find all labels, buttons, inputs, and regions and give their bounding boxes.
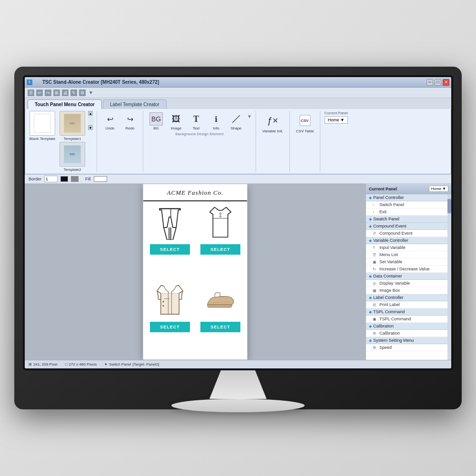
qa-icon-6[interactable]: ✎ [70, 89, 77, 96]
tree-item-switch-panel[interactable]: › Switch Panel [366, 201, 451, 208]
tree-section-swatch[interactable]: ◆ Swatch Panel [366, 216, 451, 223]
panel-tree: ◆ Panel Controller › Switch Panel ‹ Exit [366, 194, 451, 360]
scroll-thumb [447, 199, 451, 213]
templates-group: Blank Template IMG Template1 [28, 111, 97, 172]
qa-icon-3[interactable]: ↪ [45, 89, 51, 96]
inc-dec-icon: ↻ [373, 267, 377, 271]
tree-section-calibration[interactable]: ◆ Calibration [366, 323, 451, 330]
qa-icon-5[interactable]: 🖨 [62, 89, 69, 96]
panel-header: Current Panel Home ▼ [366, 184, 451, 194]
tree-item-image-box[interactable]: ▦ Image Box [366, 287, 451, 294]
tree-section-panel-controller[interactable]: ◆ Panel Controller [366, 194, 451, 201]
tree-section-variable-controller[interactable]: ◆ Variable Controller [366, 237, 451, 244]
select-button-shoe[interactable]: SELECT [200, 322, 240, 332]
svg-point-11 [162, 305, 164, 307]
bg-icon: BG [149, 112, 163, 126]
tree-section-compound-event[interactable]: ◆ Compound Event [366, 223, 451, 230]
tree-section-system[interactable]: ◆ System Setting Menu [366, 337, 451, 344]
qa-icon-7[interactable]: ⚙ [79, 89, 86, 96]
exit-icon: ‹ [373, 210, 377, 214]
qa-icon-4[interactable]: ⊞ [53, 89, 60, 96]
section-arrow-8: ◆ [369, 338, 372, 343]
border-label: Border [29, 177, 41, 181]
maximize-button[interactable]: □ [435, 79, 441, 86]
template1-thumb[interactable]: IMG Template1 [58, 111, 87, 141]
variable-init-button[interactable]: ƒ× Variable Init. [260, 111, 286, 135]
scroll-up-btn[interactable]: ▲ [88, 111, 93, 116]
tree-item-speed[interactable]: ⚙ Speed [366, 344, 451, 351]
monitor-stand-neck [209, 370, 267, 399]
tree-item-set-variable[interactable]: ▣ Set Variable [366, 258, 451, 266]
border-color-swatch2[interactable] [71, 176, 79, 182]
blank-template-label: Blank Template [30, 137, 56, 141]
monitor: T TSC Stand-Alone Creator [MH240T Series… [14, 67, 462, 409]
csv-label: CSV Table [296, 129, 314, 133]
minimize-button[interactable]: ─ [426, 79, 433, 86]
tab-touch-panel[interactable]: Touch Panel Menu Creator [28, 99, 102, 109]
dropdown-arrow: ▼ [340, 118, 345, 122]
border-value-input[interactable] [44, 176, 58, 182]
text-icon: T [189, 112, 203, 126]
section-arrow-swatch: ◆ [369, 217, 372, 221]
panel-scrollbar[interactable] [447, 194, 451, 360]
select-button-jacket[interactable]: SELECT [150, 322, 190, 332]
image-box-icon: ▦ [373, 288, 377, 293]
tree-item-display-variable[interactable]: ◎ Display Variable [366, 280, 451, 287]
product-item-shirt: SELECT [197, 204, 244, 279]
shoe-image [200, 282, 240, 320]
fill-label: Fill [85, 177, 91, 181]
redo-button[interactable]: ↪ Redo [121, 111, 139, 132]
panel-dropdown[interactable]: Home ▼ [429, 186, 448, 192]
blank-template-box [30, 111, 55, 136]
template1-label: Template1 [64, 137, 81, 141]
csv-icon: CSV [297, 112, 313, 129]
csv-group: CSV CSV Table [294, 111, 321, 172]
tree-section-data-container[interactable]: ◆ Data Container [366, 273, 451, 280]
variable-init-icon: ƒ× [265, 112, 281, 129]
display-var-icon: ◎ [373, 281, 377, 286]
tree-item-input-variable[interactable]: T Input Variable [366, 244, 451, 251]
app-templates: IMG Template1 IMG Template2 [58, 111, 87, 172]
tree-item-compound-event[interactable]: ↺ Compound Event [366, 230, 451, 237]
tree-section-tspl[interactable]: ◆ TSPL Command [366, 308, 451, 316]
fill-color-swatch[interactable] [94, 176, 107, 182]
section-arrow-6: ◆ [369, 310, 372, 314]
qa-icon-2[interactable]: ↩ [36, 89, 43, 96]
current-panel-dropdown[interactable]: Home ▼ [325, 116, 348, 124]
switch-panel-icon: › [373, 203, 377, 207]
select-button-shirt[interactable]: SELECT [200, 244, 240, 255]
dimensions-icon: □ [65, 362, 68, 367]
qa-more[interactable]: ▼ [89, 90, 93, 95]
tab-label-template[interactable]: Label Template Creator [103, 99, 167, 109]
tree-item-print-label[interactable]: ⊟ Print Label [366, 301, 451, 308]
tree-item-calibration[interactable]: ⚙ Calibration [366, 330, 451, 337]
info-button[interactable]: ℹ Info [207, 111, 225, 132]
tree-item-increase-decrease[interactable]: ↻ Increase / Decrease Value [366, 266, 451, 273]
close-button[interactable]: ✕ [443, 79, 449, 86]
template2-thumb[interactable]: IMG Template2 [58, 142, 87, 172]
tree-section-label-controller[interactable]: ◆ Label Controller [366, 294, 451, 301]
templates-scrollbar: ▲ ▼ [88, 111, 94, 130]
select-button-pants[interactable]: SELECT [150, 244, 190, 255]
template2-label: Template2 [64, 168, 81, 172]
image-button[interactable]: 🖼 Image [167, 111, 185, 132]
bg-button[interactable]: BG BG [147, 111, 165, 132]
monitor-stand-base [171, 399, 305, 412]
undo-button[interactable]: ↩ Undo [101, 111, 119, 132]
blank-template-thumb[interactable]: Blank Template [28, 111, 57, 141]
csv-button[interactable]: CSV CSV Table [294, 111, 317, 135]
tree-item-exit[interactable]: ‹ Exit [366, 208, 451, 216]
border-color-swatch[interactable] [60, 176, 68, 182]
border-fill-row: Border Fill [25, 174, 451, 184]
shirt-image [200, 204, 240, 242]
shape-button[interactable]: Shape [227, 111, 245, 132]
tree-item-menu-list[interactable]: ☰ Menu List [366, 251, 451, 258]
brand-italic: Fashion Co. [188, 189, 223, 196]
qa-icon-1[interactable]: ☰ [28, 89, 34, 96]
elements-more-btn[interactable]: ▼ [247, 114, 252, 119]
canvas-area: ACME Fashion Co. [25, 184, 366, 360]
text-button[interactable]: T Text [187, 111, 205, 132]
scroll-down-btn[interactable]: ▼ [88, 125, 93, 130]
tree-item-tspl-command[interactable]: ▣ TSPL Command [366, 316, 451, 323]
svg-point-7 [219, 216, 221, 217]
